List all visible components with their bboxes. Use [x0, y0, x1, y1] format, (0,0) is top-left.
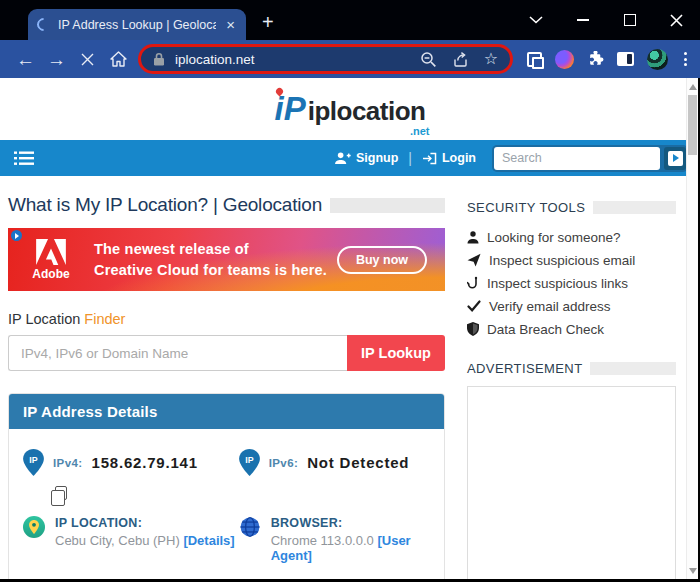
tool-looking-for-someone[interactable]: Looking for someone? [467, 229, 676, 245]
ipv4-label: IPv4: [53, 457, 83, 469]
security-tools-title: SECURITY TOOLS [467, 200, 585, 215]
advertisement-header: ADVERTISEMENT [467, 361, 676, 376]
logo-wordmark: iplocation [308, 98, 426, 124]
ip-pin-icon: IP [239, 449, 260, 476]
scrollbar-thumb[interactable] [688, 95, 697, 155]
tab-close-icon[interactable]: × [224, 17, 237, 32]
page-scrollbar[interactable] [686, 78, 698, 582]
browser-menu-icon[interactable] [681, 52, 690, 66]
zoom-icon[interactable] [420, 51, 437, 68]
window-controls [512, 0, 700, 40]
page-title: What is My IP Location? | Geolocation [8, 194, 322, 216]
ipv6-cell: IP IPv6: Not Detected [239, 449, 430, 476]
tool-label: Inspect suspicious email [489, 253, 635, 268]
ip-location-value: Cebu City, Cebu (PH) [Details] [55, 533, 235, 548]
location-browser-row: IP LOCATION: Cebu City, Cebu (PH) [Detai… [23, 516, 430, 563]
signup-link[interactable]: Signup [334, 151, 398, 165]
screenshot-extension-icon[interactable] [527, 52, 542, 67]
browser-toolbar: ← → iplocation.net [0, 40, 700, 78]
back-button[interactable]: ← [10, 50, 41, 69]
tool-inspect-email[interactable]: Inspect suspicious email [467, 252, 676, 268]
security-header-filler-bar [593, 201, 676, 214]
site-logo[interactable]: iP iplocation .net [275, 94, 426, 124]
window-chevron-down-icon[interactable] [512, 0, 559, 40]
new-tab-button[interactable]: + [262, 11, 274, 34]
extensions-puzzle-icon[interactable] [587, 51, 604, 68]
logo-pin-mark: iP [275, 94, 308, 124]
search-submit-button[interactable] [664, 147, 686, 170]
window-close-button[interactable] [653, 0, 700, 40]
advertisement-title: ADVERTISEMENT [467, 361, 582, 376]
tool-label: Data Breach Check [487, 322, 604, 337]
copy-icon[interactable] [55, 486, 67, 500]
ip-lookup-input[interactable] [8, 335, 347, 371]
shield-icon [467, 322, 479, 336]
finder-label-main: IP Location [8, 311, 80, 327]
tab-title: IP Address Lookup | Geolocation [58, 18, 216, 32]
home-button[interactable] [103, 51, 134, 67]
user-plus-icon [334, 152, 351, 165]
sidebar: SECURITY TOOLS Looking for someone? [467, 194, 676, 582]
adobe-ad-banner[interactable]: Adobe The newest release of Creative Clo… [8, 228, 445, 291]
bookmark-star-icon[interactable]: ☆ [484, 51, 498, 67]
ipv6-value: Not Detected [307, 454, 409, 471]
address-bar[interactable]: iplocation.net ☆ [138, 44, 513, 74]
browser-value: Chrome 113.0.0.0 [User Agent] [271, 533, 430, 563]
search-input[interactable] [494, 147, 660, 170]
panel-body: IP IPv4: 158.62.79.141 IP [9, 429, 444, 582]
adobe-logo: Adobe [8, 239, 94, 281]
paper-plane-icon [467, 253, 481, 267]
ad-line-2: Creative Cloud for teams is here. [94, 260, 327, 280]
tool-label: Inspect suspicious links [487, 276, 628, 291]
url-text[interactable]: iplocation.net [175, 52, 410, 67]
lock-icon [153, 52, 165, 66]
tool-inspect-links[interactable]: Inspect suspicious links [467, 275, 676, 291]
check-icon [467, 300, 481, 312]
stop-button[interactable] [72, 53, 103, 66]
menu-list-icon[interactable] [14, 151, 34, 166]
ad-line-1: The newest release of [94, 239, 327, 259]
scrollbar-down-arrow[interactable] [689, 568, 697, 574]
side-panel-icon[interactable] [617, 52, 634, 66]
ip-row: IP IPv4: 158.62.79.141 IP [23, 449, 430, 500]
search-arrow-icon [673, 154, 679, 162]
buy-now-button[interactable]: Buy now [337, 246, 427, 274]
advertisement-slot [467, 386, 676, 581]
ip-location-cell: IP LOCATION: Cebu City, Cebu (PH) [Detai… [23, 516, 239, 563]
window-maximize-button[interactable] [606, 0, 653, 40]
finder-label: IP Location Finder [8, 311, 445, 327]
tool-label: Looking for someone? [487, 230, 621, 245]
hook-icon [467, 276, 479, 290]
ip-lookup-button[interactable]: IP Lookup [347, 335, 445, 371]
login-link[interactable]: Login [422, 151, 476, 165]
ipv4-cell: IP IPv4: 158.62.79.141 [23, 449, 239, 500]
adchoices-icon[interactable] [11, 230, 22, 241]
address-bar-icons: ☆ [420, 51, 498, 68]
navbar-right-group: Signup | Login [334, 145, 688, 172]
browser-window: IP Address Lookup | Geolocation × + ← → [0, 0, 700, 582]
window-minimize-button[interactable] [559, 0, 606, 40]
site-search [492, 145, 688, 172]
login-arrow-icon [422, 152, 437, 165]
main-column: What is My IP Location? | Geolocation Ad… [8, 194, 445, 582]
tool-data-breach-check[interactable]: Data Breach Check [467, 321, 676, 337]
share-icon[interactable] [452, 51, 469, 68]
logo-tld-label: .net [410, 125, 430, 137]
location-text: Cebu City, Cebu (PH) [55, 533, 180, 548]
details-link[interactable]: [Details] [183, 533, 234, 548]
ipv6-label: IPv6: [269, 457, 299, 469]
svg-text:IP: IP [29, 455, 37, 465]
browser-tab-bar: IP Address Lookup | Geolocation × + [0, 0, 700, 40]
profile-avatar[interactable] [647, 49, 668, 70]
browser-tab[interactable]: IP Address Lookup | Geolocation × [28, 9, 246, 40]
purple-extension-icon[interactable] [555, 50, 574, 69]
scrollbar-up-arrow[interactable] [689, 84, 697, 90]
advertisement-header-filler-bar [590, 362, 676, 375]
site-navbar: Signup | Login [0, 140, 700, 176]
ip-finder-form: IP Lookup [8, 335, 445, 371]
ip-details-panel: IP Address Details IP IPv4: [8, 393, 445, 582]
tool-verify-email[interactable]: Verify email address [467, 298, 676, 314]
web-page: iP iplocation .net Signup | [0, 78, 700, 582]
tab-loading-spinner-icon [34, 15, 52, 33]
forward-button[interactable]: → [41, 50, 72, 69]
